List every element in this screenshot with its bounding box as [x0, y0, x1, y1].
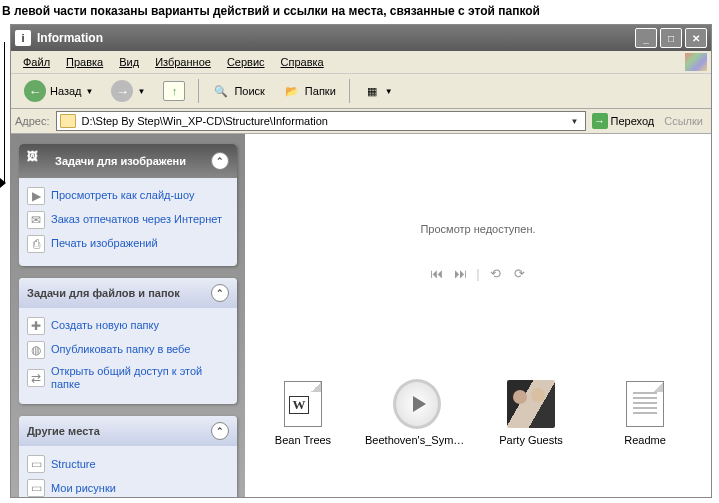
folder-icon: ▭ — [27, 455, 45, 473]
collapse-button[interactable]: ⌃ — [211, 152, 229, 170]
panel-header[interactable]: 🖼 Задачи для изображени ⌃ — [19, 144, 237, 178]
media-icon — [393, 380, 441, 428]
menu-view[interactable]: Вид — [111, 54, 147, 70]
go-arrow-icon: → — [592, 113, 608, 129]
annotation-arrow — [0, 178, 6, 188]
menu-help[interactable]: Справка — [273, 54, 332, 70]
separator — [349, 79, 350, 103]
forward-arrow-icon: → — [111, 80, 133, 102]
panel-title: Другие места — [27, 425, 100, 437]
file-label: Readme — [624, 434, 666, 446]
globe-icon: ◍ — [27, 341, 45, 359]
views-icon: ▦ — [363, 82, 381, 100]
figure-caption: В левой части показаны варианты действий… — [0, 0, 719, 24]
task-new-folder[interactable]: ✚Создать новую папку — [27, 314, 229, 338]
share-icon: ⇄ — [27, 369, 45, 387]
task-share[interactable]: ⇄Открыть общий доступ к этой папке — [27, 362, 229, 394]
address-input[interactable] — [80, 114, 564, 128]
text-doc-icon — [621, 380, 669, 428]
order-icon: ✉ — [27, 211, 45, 229]
toolbar: ← Назад ▼ → ▼ ↑ 🔍 Поиск 📂 Папки ▦ ▼ — [11, 74, 711, 109]
task-order-prints[interactable]: ✉Заказ отпечатков через Интернет — [27, 208, 229, 232]
maximize-button[interactable]: □ — [660, 28, 682, 48]
file-item-photo[interactable]: Party Guests — [477, 380, 585, 490]
back-arrow-icon: ← — [24, 80, 46, 102]
file-label: Bean Trees — [275, 434, 331, 446]
file-item-text[interactable]: Readme — [591, 380, 699, 490]
new-folder-icon: ✚ — [27, 317, 45, 335]
annotation-line — [4, 42, 5, 182]
rotate-ccw-button[interactable]: ⟲ — [488, 265, 504, 281]
panel-image-tasks: 🖼 Задачи для изображени ⌃ ▶Просмотреть к… — [19, 144, 237, 266]
collapse-button[interactable]: ⌃ — [211, 284, 229, 302]
address-field[interactable]: ▼ — [56, 111, 586, 131]
file-label: Party Guests — [499, 434, 563, 446]
task-publish[interactable]: ◍Опубликовать папку в вебе — [27, 338, 229, 362]
folders-button[interactable]: 📂 Папки — [276, 79, 343, 103]
photo-thumbnail — [507, 380, 555, 428]
pictures-icon: 🖼 — [27, 150, 49, 172]
titlebar: i Information _ □ ✕ — [11, 25, 711, 51]
menu-edit[interactable]: Правка — [58, 54, 111, 70]
menu-favorites[interactable]: Избранное — [147, 54, 219, 70]
search-button[interactable]: 🔍 Поиск — [205, 79, 271, 103]
preview-area: Просмотр недоступен. ⏮ ⏭ | ⟲ ⟳ — [245, 134, 711, 370]
separator: | — [476, 266, 479, 281]
menu-file[interactable]: Файл — [15, 54, 58, 70]
rotate-cw-button[interactable]: ⟳ — [512, 265, 528, 281]
links-label[interactable]: Ссылки — [660, 115, 707, 127]
views-button[interactable]: ▦ ▼ — [356, 79, 400, 103]
panel-header[interactable]: Другие места ⌃ — [19, 416, 237, 446]
address-bar: Адрес: ▼ → Переход Ссылки — [11, 109, 711, 134]
search-icon: 🔍 — [212, 82, 230, 100]
window-title: Information — [37, 31, 635, 45]
back-button[interactable]: ← Назад ▼ — [17, 77, 100, 105]
place-my-pictures[interactable]: ▭Мои рисунки — [27, 476, 229, 498]
explorer-window: i Information _ □ ✕ Файл Правка Вид Избр… — [10, 24, 712, 498]
go-button[interactable]: → Переход — [592, 113, 655, 129]
file-item-media[interactable]: Beethoven's_Symphon... — [363, 380, 471, 490]
folder-up-icon: ↑ — [163, 81, 185, 101]
back-label: Назад — [50, 85, 82, 97]
folder-icon — [60, 114, 76, 128]
up-button[interactable]: ↑ — [156, 78, 192, 104]
task-slideshow[interactable]: ▶Просмотреть как слайд-шоу — [27, 184, 229, 208]
word-doc-icon: W — [279, 380, 327, 428]
next-button[interactable]: ⏭ — [452, 265, 468, 281]
close-button[interactable]: ✕ — [685, 28, 707, 48]
minimize-button[interactable]: _ — [635, 28, 657, 48]
panel-title: Задачи для изображени — [55, 155, 186, 167]
go-label: Переход — [611, 115, 655, 127]
task-print[interactable]: ⎙Печать изображений — [27, 232, 229, 256]
folders-icon: 📂 — [283, 82, 301, 100]
content-pane: Просмотр недоступен. ⏮ ⏭ | ⟲ ⟳ W Bean Tr… — [245, 134, 711, 498]
tasks-sidebar: 🖼 Задачи для изображени ⌃ ▶Просмотреть к… — [11, 134, 245, 498]
windows-logo-icon — [685, 53, 707, 71]
panel-title: Задачи для файлов и папок — [27, 287, 180, 299]
file-label: Beethoven's_Symphon... — [365, 434, 469, 446]
chevron-down-icon: ▼ — [137, 87, 145, 96]
collapse-button[interactable]: ⌃ — [211, 422, 229, 440]
menu-tools[interactable]: Сервис — [219, 54, 273, 70]
slideshow-icon: ▶ — [27, 187, 45, 205]
place-structure[interactable]: ▭Structure — [27, 452, 229, 476]
file-item-word[interactable]: W Bean Trees — [249, 380, 357, 490]
separator — [198, 79, 199, 103]
search-label: Поиск — [234, 85, 264, 97]
chevron-down-icon: ▼ — [385, 87, 393, 96]
address-dropdown[interactable]: ▼ — [568, 117, 582, 126]
chevron-down-icon: ▼ — [86, 87, 94, 96]
panel-header[interactable]: Задачи для файлов и папок ⌃ — [19, 278, 237, 308]
forward-button[interactable]: → ▼ — [104, 77, 152, 105]
panel-file-tasks: Задачи для файлов и папок ⌃ ✚Создать нов… — [19, 278, 237, 404]
address-label: Адрес: — [15, 115, 50, 127]
folders-label: Папки — [305, 85, 336, 97]
file-list: W Bean Trees Beethoven's_Symphon... Part… — [245, 370, 711, 498]
preview-controls: ⏮ ⏭ | ⟲ ⟳ — [428, 265, 527, 281]
printer-icon: ⎙ — [27, 235, 45, 253]
prev-button[interactable]: ⏮ — [428, 265, 444, 281]
folder-icon: ▭ — [27, 479, 45, 497]
panel-other-places: Другие места ⌃ ▭Structure ▭Мои рисунки — [19, 416, 237, 498]
app-icon: i — [15, 30, 31, 46]
preview-message: Просмотр недоступен. — [420, 223, 535, 235]
